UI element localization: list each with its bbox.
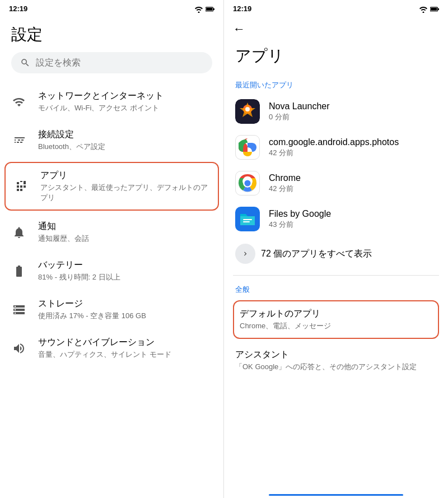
general-section: 全般 デフォルトのアプリ Chrome、電話、メッセージ アシスタント 「OK … xyxy=(233,280,439,380)
notifications-text: 通知 通知履歴、会話 xyxy=(38,221,89,244)
svg-point-11 xyxy=(245,107,250,111)
recent-section-label: 最近開いたアプリ xyxy=(233,76,439,94)
settings-item-apps[interactable]: アプリ アシスタント、最近使ったアプリ、デフォルトのアプリ xyxy=(4,162,219,211)
search-input[interactable] xyxy=(36,58,203,68)
sound-text: サウンドとバイブレーション 音量、ハプティクス、サイレント モード xyxy=(38,337,171,360)
storage-settings-icon xyxy=(11,302,27,318)
svg-rect-7 xyxy=(431,8,437,11)
svg-point-15 xyxy=(245,180,251,187)
settings-item-connected[interactable]: 接続設定 Bluetooth、ペア設定 xyxy=(0,121,223,160)
wifi-icon xyxy=(194,5,203,13)
app-item-nova[interactable]: Nova Launcher 0 分前 xyxy=(233,94,439,129)
sound-settings-icon xyxy=(11,341,27,356)
right-status-icons xyxy=(419,5,439,13)
files-text: Files by Google 43 分前 xyxy=(269,209,331,230)
nova-launcher-text: Nova Launcher 0 分前 xyxy=(269,101,330,122)
chrome-text: Chrome 42 分前 xyxy=(269,173,301,194)
right-status-bar: 12:19 xyxy=(224,0,448,15)
connected-text: 接続設定 Bluetooth、ペア設定 xyxy=(38,129,105,152)
right-content: 最近開いたアプリ Nova Launcher 0 分前 xyxy=(224,76,448,494)
app-item-chrome[interactable]: Chrome 42 分前 xyxy=(233,165,439,201)
photos-icon xyxy=(235,135,260,160)
wifi-settings-icon xyxy=(11,94,27,110)
default-apps-item[interactable]: デフォルトのアプリ Chrome、電話、メッセージ xyxy=(233,300,439,339)
settings-item-storage[interactable]: ストレージ 使用済み 17% - 空き容量 106 GB xyxy=(0,290,223,329)
right-time: 12:19 xyxy=(233,4,251,13)
settings-item-network[interactable]: ネットワークとインターネット モバイル、Wi-Fi、アクセス ポイント xyxy=(0,82,223,121)
battery-settings-icon xyxy=(11,263,27,279)
battery-text: バッテリー 81% - 残り時間: 2 日以上 xyxy=(38,259,120,282)
left-panel: 12:19 設定 ネッ xyxy=(0,0,224,498)
settings-list: ネットワークとインターネット モバイル、Wi-Fi、アクセス ポイント 接続設定… xyxy=(0,82,223,498)
left-status-bar: 12:19 xyxy=(0,0,223,15)
app-item-photos[interactable]: com.google.android.apps.photos 42 分前 xyxy=(233,129,439,165)
search-icon xyxy=(20,58,30,68)
settings-item-notifications[interactable]: 通知 通知履歴、会話 xyxy=(0,213,223,252)
apps-text: アプリ アシスタント、最近使ったアプリ、デフォルトのアプリ xyxy=(40,170,210,203)
svg-rect-17 xyxy=(243,219,252,220)
show-all-apps-item[interactable]: 72 個のアプリをすべて表示 xyxy=(233,237,439,271)
photos-text: com.google.android.apps.photos 42 分前 xyxy=(269,137,399,158)
chrome-icon xyxy=(235,171,260,196)
bottom-nav-indicator xyxy=(269,494,403,496)
svg-point-4 xyxy=(423,11,424,13)
svg-rect-18 xyxy=(243,221,250,222)
svg-rect-2 xyxy=(213,8,214,10)
back-button[interactable]: ← xyxy=(224,15,448,41)
back-arrow-icon[interactable]: ← xyxy=(233,22,245,36)
right-page-title: アプリ xyxy=(224,41,448,76)
svg-rect-6 xyxy=(438,8,439,10)
left-page-title: 設定 xyxy=(0,15,223,52)
storage-text: ストレージ 使用済み 17% - 空き容量 106 GB xyxy=(38,298,146,321)
app-item-files[interactable]: Files by Google 43 分前 xyxy=(233,201,439,237)
left-status-icons xyxy=(194,5,214,13)
chevron-right-icon xyxy=(235,244,255,264)
battery-icon xyxy=(206,5,214,13)
connected-settings-icon xyxy=(11,133,27,148)
network-text: ネットワークとインターネット モバイル、Wi-Fi、アクセス ポイント xyxy=(38,90,164,113)
svg-point-0 xyxy=(198,11,200,13)
files-icon xyxy=(235,207,260,231)
left-time: 12:19 xyxy=(9,4,27,13)
svg-rect-3 xyxy=(206,8,212,11)
settings-item-sound[interactable]: サウンドとバイブレーション 音量、ハプティクス、サイレント モード xyxy=(0,329,223,367)
right-panel: 12:19 ← アプリ 最近開いたアプリ xyxy=(224,0,448,498)
apps-settings-icon xyxy=(13,179,29,194)
bell-settings-icon xyxy=(11,225,27,240)
assistant-item[interactable]: アシスタント 「OK Google」への応答と、その他のアシスタント設定 xyxy=(233,341,439,380)
nova-launcher-icon xyxy=(235,99,260,124)
settings-item-battery[interactable]: バッテリー 81% - 残り時間: 2 日以上 xyxy=(0,252,223,290)
right-wifi-icon xyxy=(419,5,428,13)
right-battery-icon xyxy=(430,5,439,13)
search-bar[interactable] xyxy=(11,52,212,73)
section-divider xyxy=(233,275,439,276)
general-section-label: 全般 xyxy=(233,280,439,298)
